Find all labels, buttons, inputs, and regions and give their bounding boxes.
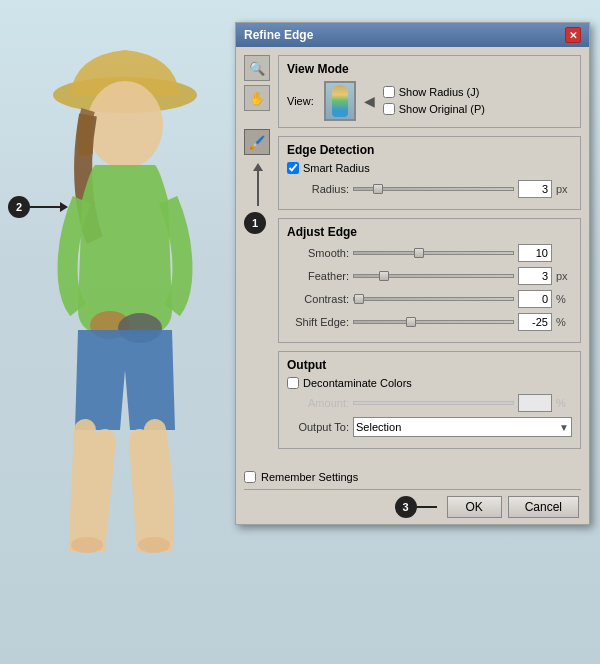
annotation-1-arrow bbox=[244, 163, 272, 206]
show-radius-label: Show Radius (J) bbox=[399, 86, 480, 98]
radius-label: Radius: bbox=[287, 183, 349, 195]
amount-row: Amount: % bbox=[287, 394, 572, 412]
annotation-2-arrow: 2 bbox=[8, 196, 68, 218]
edge-detection-section: Edge Detection Smart Radius Radius: 3 px bbox=[278, 136, 581, 210]
feather-unit: px bbox=[556, 270, 572, 282]
refine-edge-dialog: Refine Edge ✕ 🔍 ✋ 🖌️ 1 View Mode bbox=[235, 22, 590, 525]
svg-point-5 bbox=[138, 537, 170, 553]
dialog-body: 🔍 ✋ 🖌️ 1 View Mode View: bbox=[236, 47, 589, 465]
contrast-value[interactable]: 0 bbox=[518, 290, 552, 308]
remember-settings-row: Remember Settings bbox=[236, 465, 589, 489]
show-original-checkbox[interactable] bbox=[383, 103, 395, 115]
contrast-label: Contrast: bbox=[287, 293, 349, 305]
smart-radius-row: Smart Radius bbox=[287, 162, 572, 174]
feather-thumb[interactable] bbox=[379, 271, 389, 281]
contrast-slider[interactable] bbox=[353, 297, 514, 301]
dialog-titlebar: Refine Edge ✕ bbox=[236, 23, 589, 47]
ok-button[interactable]: OK bbox=[447, 496, 502, 518]
svg-point-4 bbox=[71, 537, 103, 553]
main-content: View Mode View: ◀ Show Radius (J) bbox=[278, 55, 581, 457]
toolbar: 🔍 ✋ 🖌️ 1 bbox=[244, 55, 272, 457]
dialog-footer: 3 OK Cancel bbox=[236, 490, 589, 524]
decontaminate-checkbox[interactable] bbox=[287, 377, 299, 389]
view-mode-row: View: ◀ Show Radius (J) Show Original (P… bbox=[287, 81, 572, 121]
shift-edge-thumb[interactable] bbox=[406, 317, 416, 327]
show-radius-checkbox[interactable] bbox=[383, 86, 395, 98]
adjust-edge-title: Adjust Edge bbox=[287, 225, 572, 239]
shift-edge-unit: % bbox=[556, 316, 572, 328]
smooth-value[interactable]: 10 bbox=[518, 244, 552, 262]
shift-edge-row: Shift Edge: -25 % bbox=[287, 313, 572, 331]
feather-row: Feather: 3 px bbox=[287, 267, 572, 285]
arrow-head-2 bbox=[60, 202, 68, 212]
edge-brush-tool[interactable]: 🖌️ bbox=[244, 129, 270, 155]
view-thumbnail[interactable] bbox=[324, 81, 356, 121]
remember-label: Remember Settings bbox=[261, 471, 358, 483]
svg-point-1 bbox=[87, 81, 163, 169]
radius-unit: px bbox=[556, 183, 572, 195]
radius-row: Radius: 3 px bbox=[287, 180, 572, 198]
view-arrow: ◀ bbox=[364, 93, 375, 109]
view-checkboxes: Show Radius (J) Show Original (P) bbox=[383, 86, 485, 117]
radius-value[interactable]: 3 bbox=[518, 180, 552, 198]
arrow-head-up bbox=[253, 163, 263, 171]
feather-label: Feather: bbox=[287, 270, 349, 282]
smooth-slider[interactable] bbox=[353, 251, 514, 255]
smooth-thumb[interactable] bbox=[414, 248, 424, 258]
output-to-select[interactable]: Selection ▼ bbox=[353, 417, 572, 437]
shift-edge-value[interactable]: -25 bbox=[518, 313, 552, 331]
view-label: View: bbox=[287, 95, 314, 107]
view-mode-section: View Mode View: ◀ Show Radius (J) bbox=[278, 55, 581, 128]
radius-slider[interactable] bbox=[353, 187, 514, 191]
zoom-tool[interactable]: 🔍 bbox=[244, 55, 270, 81]
decontaminate-label: Decontaminate Colors bbox=[303, 377, 412, 389]
select-arrow-icon: ▼ bbox=[559, 422, 569, 433]
remember-checkbox[interactable] bbox=[244, 471, 256, 483]
feather-slider[interactable] bbox=[353, 274, 514, 278]
annotation-3: 3 bbox=[395, 496, 417, 518]
smooth-row: Smooth: 10 bbox=[287, 244, 572, 262]
hand-tool[interactable]: ✋ bbox=[244, 85, 270, 111]
output-title: Output bbox=[287, 358, 572, 372]
smart-radius-checkbox[interactable] bbox=[287, 162, 299, 174]
amount-label: Amount: bbox=[287, 397, 349, 409]
show-radius-row: Show Radius (J) bbox=[383, 86, 485, 98]
edge-detection-title: Edge Detection bbox=[287, 143, 572, 157]
dialog-title: Refine Edge bbox=[244, 28, 313, 42]
amount-slider bbox=[353, 401, 514, 405]
feather-value[interactable]: 3 bbox=[518, 267, 552, 285]
show-original-row: Show Original (P) bbox=[383, 103, 485, 115]
decontaminate-row: Decontaminate Colors bbox=[287, 377, 572, 389]
arrow-line-3 bbox=[417, 506, 437, 508]
smooth-label: Smooth: bbox=[287, 247, 349, 259]
contrast-thumb[interactable] bbox=[354, 294, 364, 304]
arrow-line-2 bbox=[30, 206, 60, 208]
smart-radius-label: Smart Radius bbox=[303, 162, 370, 174]
shift-edge-slider[interactable] bbox=[353, 320, 514, 324]
output-to-row: Output To: Selection ▼ bbox=[287, 417, 572, 437]
girl-silhouette bbox=[10, 0, 270, 664]
contrast-unit: % bbox=[556, 293, 572, 305]
output-section: Output Decontaminate Colors Amount: % Ou… bbox=[278, 351, 581, 449]
shift-edge-label: Shift Edge: bbox=[287, 316, 349, 328]
annotation-2: 2 bbox=[8, 196, 30, 218]
radius-thumb[interactable] bbox=[373, 184, 383, 194]
annotation-1: 1 bbox=[244, 212, 266, 234]
annotation-3-container: 3 bbox=[395, 496, 437, 518]
thumbnail-figure bbox=[332, 85, 348, 117]
view-mode-title: View Mode bbox=[287, 62, 572, 76]
close-button[interactable]: ✕ bbox=[565, 27, 581, 43]
contrast-row: Contrast: 0 % bbox=[287, 290, 572, 308]
amount-unit: % bbox=[556, 397, 572, 409]
amount-value bbox=[518, 394, 552, 412]
output-to-value: Selection bbox=[356, 421, 401, 433]
output-to-label: Output To: bbox=[287, 421, 349, 433]
arrow-line-v bbox=[257, 171, 259, 206]
show-original-label: Show Original (P) bbox=[399, 103, 485, 115]
adjust-edge-section: Adjust Edge Smooth: 10 Feather: 3 bbox=[278, 218, 581, 343]
cancel-button[interactable]: Cancel bbox=[508, 496, 579, 518]
